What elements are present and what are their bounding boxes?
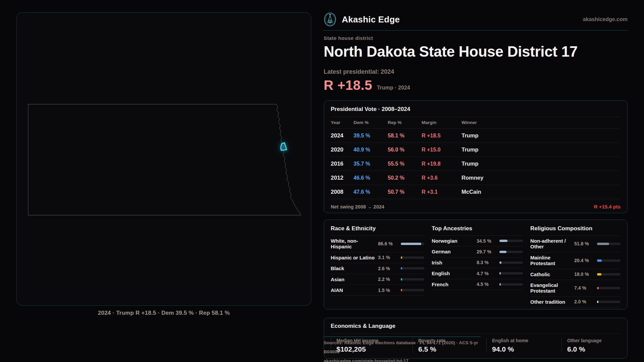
cell-winner: Trump xyxy=(462,132,621,139)
stat-row: Black 2.6 % xyxy=(331,263,424,274)
cell-winner: Romney xyxy=(462,175,621,181)
vote-table-body: 2024 39.5 % 58.1 % R +18.5 Trump 2020 40… xyxy=(331,129,621,199)
vote-table-row: 2016 35.7 % 55.5 % R +19.8 Trump xyxy=(331,157,621,171)
sources-footer: Sources: Akashic Edge elections database… xyxy=(324,337,481,362)
stat-label: AIAN xyxy=(331,287,375,293)
col-dem: Dem % xyxy=(354,120,388,125)
cell-margin: R +3.1 xyxy=(422,189,462,195)
headline-margin: R +18.5 Trump · 2024 xyxy=(324,78,628,92)
economic-stat-label: Other language xyxy=(567,338,621,343)
vote-panel-title: Presidential Vote · 2008–2024 xyxy=(331,106,621,117)
vote-table-header: Year Dem % Rep % Margin Winner xyxy=(331,117,621,129)
economic-stat-value: 94.0 % xyxy=(492,345,561,353)
margin-note: Trump · 2024 xyxy=(377,85,410,92)
page-title: North Dakota State House District 17 xyxy=(324,43,628,60)
stat-row: Non-adherent / Other 51.8 % xyxy=(530,236,621,252)
col-winner: Winner xyxy=(462,120,621,125)
ancestries-title: Top Ancestries xyxy=(432,225,523,236)
stat-label: French xyxy=(432,282,474,287)
stat-row: French 4.5 % xyxy=(432,279,523,290)
stat-value: 2.2 % xyxy=(378,277,398,282)
stat-bar-track xyxy=(597,287,621,289)
stat-bar-fill xyxy=(597,301,598,303)
economic-stat-label: English at home xyxy=(492,338,561,343)
sources-permalink[interactable]: akashicedge.com/state-house/nd-hd-17 xyxy=(324,356,481,362)
cell-rep-pct: 50.2 % xyxy=(388,175,422,181)
stat-row: Irish 8.3 % xyxy=(432,257,523,268)
stat-label: White, non-Hispanic xyxy=(331,238,375,250)
stat-label: Hispanic or Latino xyxy=(331,255,375,260)
cell-winner: Trump xyxy=(462,161,621,167)
stat-value: 4.5 % xyxy=(477,282,497,287)
cell-rep-pct: 50.7 % xyxy=(388,189,422,195)
stat-bar-track xyxy=(401,256,424,259)
stat-label: Asian xyxy=(331,277,375,282)
cell-rep-pct: 58.1 % xyxy=(388,133,422,139)
stat-label: German xyxy=(432,249,474,254)
cell-year: 2012 xyxy=(331,175,354,181)
stat-bar-track xyxy=(499,283,523,286)
race-title: Race & Ethnicity xyxy=(331,225,424,236)
stat-value: 51.8 % xyxy=(574,241,594,246)
cell-dem-pct: 47.6 % xyxy=(354,189,388,195)
stat-row: AIAN 1.5 % xyxy=(331,285,424,296)
brand-name: Akashic Edge xyxy=(342,14,400,25)
cell-dem-pct: 46.6 % xyxy=(354,175,388,181)
akashic-edge-logo-icon xyxy=(324,12,336,27)
presidential-vote-panel: Presidential Vote · 2008–2024 Year Dem %… xyxy=(324,100,628,213)
vote-table-row: 2020 40.9 % 56.0 % R +15.0 Trump xyxy=(331,143,621,157)
cell-winner: McCain xyxy=(462,189,621,195)
sources-line: Sources: Akashic Edge elections database… xyxy=(324,338,481,356)
site-domain-link[interactable]: akashicedge.com xyxy=(583,16,628,22)
race-rows: White, non-Hispanic 86.6 % Hispanic or L… xyxy=(331,236,424,296)
col-margin: Margin xyxy=(422,120,462,125)
stat-bar-fill xyxy=(401,243,421,245)
north-dakota-map xyxy=(17,13,311,305)
net-swing-row: Net swing 2008 → 2024 R +15.4 pts xyxy=(331,199,621,209)
vote-table-row: 2012 46.6 % 50.2 % R +3.6 Romney xyxy=(331,171,621,185)
stat-row: English 4.7 % xyxy=(432,268,523,279)
col-rep: Rep % xyxy=(388,120,422,125)
stat-value: 1.5 % xyxy=(378,288,398,293)
economic-stat: Other language 6.0 % xyxy=(561,338,621,353)
stat-value: 20.4 % xyxy=(574,258,594,263)
stat-bar-fill xyxy=(597,273,601,276)
net-swing-label: Net swing 2008 → 2024 xyxy=(331,204,384,209)
religion-title: Religious Composition xyxy=(530,225,621,236)
stat-label: Black xyxy=(331,265,375,271)
economic-stat: English at home 94.0 % xyxy=(486,338,561,353)
stat-bar-fill xyxy=(499,272,501,275)
cell-year: 2020 xyxy=(331,146,354,153)
stat-label: English xyxy=(432,270,474,276)
stat-value: 4.7 % xyxy=(477,271,497,276)
header-divider xyxy=(324,30,628,31)
cell-margin: R +18.5 xyxy=(422,133,462,139)
stat-bar-track xyxy=(597,243,621,245)
stat-label: Other tradition xyxy=(530,299,572,305)
stat-row: Norwegian 34.5 % xyxy=(432,236,523,246)
stat-bar-track xyxy=(597,273,621,276)
stat-bar-track xyxy=(499,251,523,253)
stat-label: Irish xyxy=(432,260,474,265)
stat-row: German 29.7 % xyxy=(432,246,523,257)
stat-bar-fill xyxy=(401,278,402,281)
stat-bar-track xyxy=(499,261,523,264)
state-outline xyxy=(28,104,301,215)
cell-year: 2008 xyxy=(331,189,354,195)
stat-row: Other tradition 2.0 % xyxy=(530,297,621,307)
stat-row: Evangelical Protestant 7.4 % xyxy=(530,280,621,297)
highlighted-district-shape[interactable] xyxy=(281,143,287,150)
cell-rep-pct: 55.5 % xyxy=(388,161,422,167)
stat-bar-track xyxy=(401,267,424,269)
stat-row: Catholic 18.0 % xyxy=(530,269,621,280)
stat-bar-fill xyxy=(597,287,599,289)
site-header: Akashic Edge akashicedge.com xyxy=(324,11,628,27)
col-year: Year xyxy=(331,120,354,125)
stat-label: Norwegian xyxy=(432,238,474,244)
stat-label: Mainline Protestant xyxy=(530,255,572,266)
stat-bar-fill xyxy=(401,289,402,291)
stat-value: 2.6 % xyxy=(378,266,398,271)
race-ethnicity-column: Race & Ethnicity White, non-Hispanic 86.… xyxy=(331,225,424,307)
stat-bar-track xyxy=(499,240,523,242)
stat-bar-fill xyxy=(499,240,507,242)
